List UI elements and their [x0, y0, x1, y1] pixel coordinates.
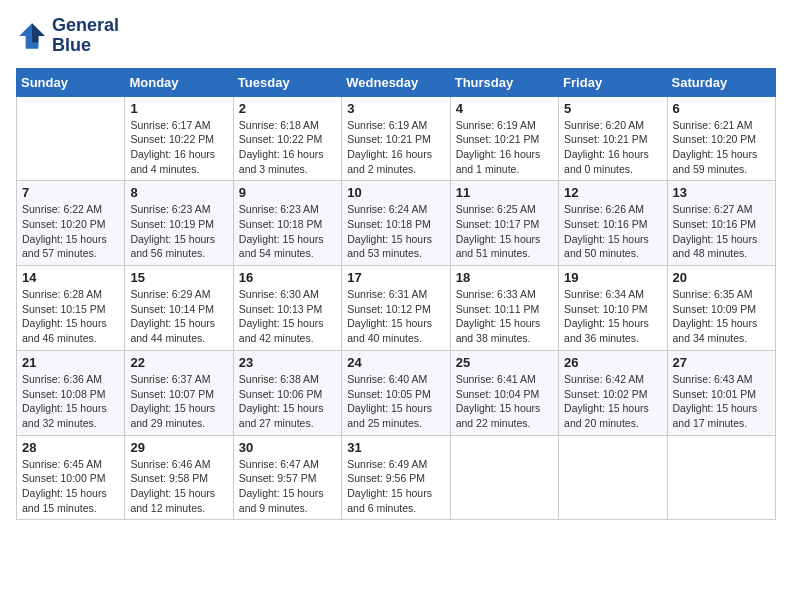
cell-info: Sunrise: 6:22 AM Sunset: 10:20 PM Daylig…	[22, 202, 119, 261]
cell-info: Sunrise: 6:46 AM Sunset: 9:58 PM Dayligh…	[130, 457, 227, 516]
day-number: 26	[564, 355, 661, 370]
cell-info: Sunrise: 6:33 AM Sunset: 10:11 PM Daylig…	[456, 287, 553, 346]
calendar-cell	[450, 435, 558, 520]
cell-info: Sunrise: 6:49 AM Sunset: 9:56 PM Dayligh…	[347, 457, 444, 516]
cell-info: Sunrise: 6:37 AM Sunset: 10:07 PM Daylig…	[130, 372, 227, 431]
cell-info: Sunrise: 6:40 AM Sunset: 10:05 PM Daylig…	[347, 372, 444, 431]
day-number: 9	[239, 185, 336, 200]
cell-info: Sunrise: 6:34 AM Sunset: 10:10 PM Daylig…	[564, 287, 661, 346]
cell-info: Sunrise: 6:19 AM Sunset: 10:21 PM Daylig…	[347, 118, 444, 177]
calendar-cell: 23Sunrise: 6:38 AM Sunset: 10:06 PM Dayl…	[233, 350, 341, 435]
calendar-cell: 11Sunrise: 6:25 AM Sunset: 10:17 PM Dayl…	[450, 181, 558, 266]
calendar-cell: 30Sunrise: 6:47 AM Sunset: 9:57 PM Dayli…	[233, 435, 341, 520]
calendar-cell: 12Sunrise: 6:26 AM Sunset: 10:16 PM Dayl…	[559, 181, 667, 266]
day-number: 23	[239, 355, 336, 370]
calendar-cell: 24Sunrise: 6:40 AM Sunset: 10:05 PM Dayl…	[342, 350, 450, 435]
day-number: 3	[347, 101, 444, 116]
cell-info: Sunrise: 6:42 AM Sunset: 10:02 PM Daylig…	[564, 372, 661, 431]
calendar-cell	[17, 96, 125, 181]
cell-info: Sunrise: 6:30 AM Sunset: 10:13 PM Daylig…	[239, 287, 336, 346]
weekday-header-thursday: Thursday	[450, 68, 558, 96]
day-number: 8	[130, 185, 227, 200]
calendar-cell: 6Sunrise: 6:21 AM Sunset: 10:20 PM Dayli…	[667, 96, 775, 181]
weekday-header-tuesday: Tuesday	[233, 68, 341, 96]
cell-info: Sunrise: 6:45 AM Sunset: 10:00 PM Daylig…	[22, 457, 119, 516]
calendar-cell: 26Sunrise: 6:42 AM Sunset: 10:02 PM Dayl…	[559, 350, 667, 435]
cell-info: Sunrise: 6:41 AM Sunset: 10:04 PM Daylig…	[456, 372, 553, 431]
calendar-cell	[559, 435, 667, 520]
cell-info: Sunrise: 6:20 AM Sunset: 10:21 PM Daylig…	[564, 118, 661, 177]
page-header: General Blue	[16, 16, 776, 56]
cell-info: Sunrise: 6:26 AM Sunset: 10:16 PM Daylig…	[564, 202, 661, 261]
cell-info: Sunrise: 6:29 AM Sunset: 10:14 PM Daylig…	[130, 287, 227, 346]
calendar-cell: 27Sunrise: 6:43 AM Sunset: 10:01 PM Dayl…	[667, 350, 775, 435]
calendar-cell: 3Sunrise: 6:19 AM Sunset: 10:21 PM Dayli…	[342, 96, 450, 181]
day-number: 10	[347, 185, 444, 200]
calendar-cell: 16Sunrise: 6:30 AM Sunset: 10:13 PM Dayl…	[233, 266, 341, 351]
logo-icon	[16, 20, 48, 52]
calendar-cell: 13Sunrise: 6:27 AM Sunset: 10:16 PM Dayl…	[667, 181, 775, 266]
calendar-cell: 21Sunrise: 6:36 AM Sunset: 10:08 PM Dayl…	[17, 350, 125, 435]
cell-info: Sunrise: 6:35 AM Sunset: 10:09 PM Daylig…	[673, 287, 770, 346]
calendar-table: SundayMondayTuesdayWednesdayThursdayFrid…	[16, 68, 776, 521]
calendar-cell: 19Sunrise: 6:34 AM Sunset: 10:10 PM Dayl…	[559, 266, 667, 351]
day-number: 25	[456, 355, 553, 370]
calendar-cell	[667, 435, 775, 520]
cell-info: Sunrise: 6:31 AM Sunset: 10:12 PM Daylig…	[347, 287, 444, 346]
cell-info: Sunrise: 6:27 AM Sunset: 10:16 PM Daylig…	[673, 202, 770, 261]
weekday-header-sunday: Sunday	[17, 68, 125, 96]
cell-info: Sunrise: 6:43 AM Sunset: 10:01 PM Daylig…	[673, 372, 770, 431]
calendar-cell: 9Sunrise: 6:23 AM Sunset: 10:18 PM Dayli…	[233, 181, 341, 266]
calendar-cell: 14Sunrise: 6:28 AM Sunset: 10:15 PM Dayl…	[17, 266, 125, 351]
calendar-cell: 28Sunrise: 6:45 AM Sunset: 10:00 PM Dayl…	[17, 435, 125, 520]
cell-info: Sunrise: 6:24 AM Sunset: 10:18 PM Daylig…	[347, 202, 444, 261]
calendar-cell: 22Sunrise: 6:37 AM Sunset: 10:07 PM Dayl…	[125, 350, 233, 435]
calendar-cell: 4Sunrise: 6:19 AM Sunset: 10:21 PM Dayli…	[450, 96, 558, 181]
day-number: 27	[673, 355, 770, 370]
weekday-header-monday: Monday	[125, 68, 233, 96]
cell-info: Sunrise: 6:47 AM Sunset: 9:57 PM Dayligh…	[239, 457, 336, 516]
day-number: 5	[564, 101, 661, 116]
calendar-cell: 20Sunrise: 6:35 AM Sunset: 10:09 PM Dayl…	[667, 266, 775, 351]
day-number: 12	[564, 185, 661, 200]
cell-info: Sunrise: 6:21 AM Sunset: 10:20 PM Daylig…	[673, 118, 770, 177]
day-number: 21	[22, 355, 119, 370]
day-number: 28	[22, 440, 119, 455]
day-number: 13	[673, 185, 770, 200]
cell-info: Sunrise: 6:36 AM Sunset: 10:08 PM Daylig…	[22, 372, 119, 431]
day-number: 6	[673, 101, 770, 116]
calendar-cell: 17Sunrise: 6:31 AM Sunset: 10:12 PM Dayl…	[342, 266, 450, 351]
calendar-cell: 18Sunrise: 6:33 AM Sunset: 10:11 PM Dayl…	[450, 266, 558, 351]
day-number: 14	[22, 270, 119, 285]
day-number: 17	[347, 270, 444, 285]
logo: General Blue	[16, 16, 119, 56]
day-number: 18	[456, 270, 553, 285]
calendar-cell: 8Sunrise: 6:23 AM Sunset: 10:19 PM Dayli…	[125, 181, 233, 266]
day-number: 30	[239, 440, 336, 455]
weekday-header-wednesday: Wednesday	[342, 68, 450, 96]
cell-info: Sunrise: 6:23 AM Sunset: 10:19 PM Daylig…	[130, 202, 227, 261]
calendar-cell: 15Sunrise: 6:29 AM Sunset: 10:14 PM Dayl…	[125, 266, 233, 351]
calendar-cell: 10Sunrise: 6:24 AM Sunset: 10:18 PM Dayl…	[342, 181, 450, 266]
day-number: 1	[130, 101, 227, 116]
cell-info: Sunrise: 6:25 AM Sunset: 10:17 PM Daylig…	[456, 202, 553, 261]
day-number: 15	[130, 270, 227, 285]
day-number: 29	[130, 440, 227, 455]
calendar-cell: 1Sunrise: 6:17 AM Sunset: 10:22 PM Dayli…	[125, 96, 233, 181]
calendar-cell: 2Sunrise: 6:18 AM Sunset: 10:22 PM Dayli…	[233, 96, 341, 181]
calendar-cell: 29Sunrise: 6:46 AM Sunset: 9:58 PM Dayli…	[125, 435, 233, 520]
calendar-cell: 7Sunrise: 6:22 AM Sunset: 10:20 PM Dayli…	[17, 181, 125, 266]
day-number: 4	[456, 101, 553, 116]
cell-info: Sunrise: 6:38 AM Sunset: 10:06 PM Daylig…	[239, 372, 336, 431]
calendar-cell: 5Sunrise: 6:20 AM Sunset: 10:21 PM Dayli…	[559, 96, 667, 181]
svg-marker-1	[32, 23, 45, 42]
day-number: 22	[130, 355, 227, 370]
calendar-cell: 31Sunrise: 6:49 AM Sunset: 9:56 PM Dayli…	[342, 435, 450, 520]
cell-info: Sunrise: 6:18 AM Sunset: 10:22 PM Daylig…	[239, 118, 336, 177]
weekday-header-friday: Friday	[559, 68, 667, 96]
cell-info: Sunrise: 6:17 AM Sunset: 10:22 PM Daylig…	[130, 118, 227, 177]
day-number: 24	[347, 355, 444, 370]
day-number: 20	[673, 270, 770, 285]
cell-info: Sunrise: 6:23 AM Sunset: 10:18 PM Daylig…	[239, 202, 336, 261]
day-number: 7	[22, 185, 119, 200]
